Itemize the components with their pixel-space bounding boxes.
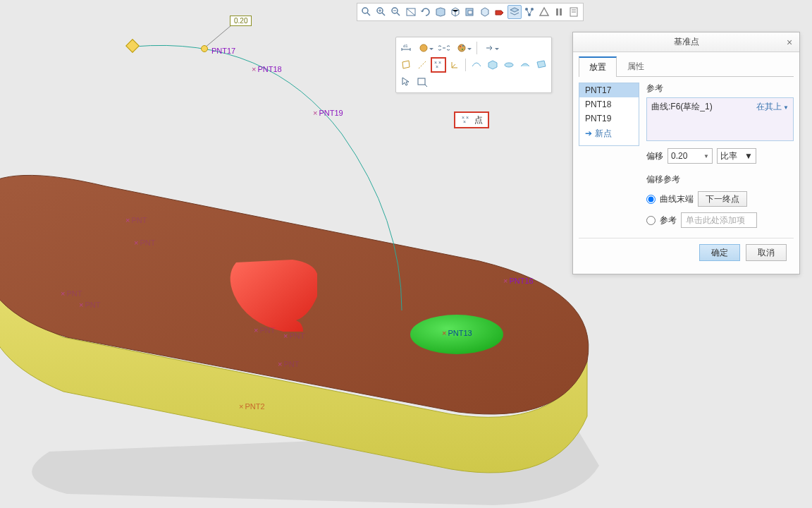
svg-rect-13 (468, 11, 472, 14)
svg-line-3 (367, 13, 370, 16)
svg-point-25 (460, 46, 461, 47)
sketch-icon[interactable] (469, 57, 484, 73)
ok-button[interactable]: 确定 (699, 244, 740, 261)
list-item[interactable]: PNT18 (579, 97, 639, 111)
mini-toolbar: d1 × ×× (395, 37, 552, 93)
zoom-in-icon[interactable] (374, 5, 388, 19)
svg-line-9 (397, 13, 400, 16)
radio-reference-label: 参考 (660, 214, 677, 226)
point-list[interactable]: PNT17 PNT18 PNT19 ➔新点 (579, 83, 639, 146)
radio-reference[interactable] (646, 216, 656, 225)
offset-label: 偏移 (646, 150, 663, 162)
query-select-icon[interactable] (414, 74, 430, 90)
muted-label-7: ×PNT (278, 360, 299, 368)
svg-line-28 (419, 61, 426, 68)
rotate-icon[interactable] (419, 5, 433, 19)
dialog-title: 基准点 × (573, 32, 799, 52)
muted-label-4: ×PNT (79, 301, 100, 309)
toolbar-separator (465, 59, 466, 71)
svg-text:×: × (436, 64, 438, 69)
svg-rect-32 (418, 78, 425, 85)
svg-point-24 (458, 44, 465, 52)
arrow-flyout-icon[interactable] (480, 40, 501, 56)
tree-icon[interactable] (522, 5, 536, 19)
datum-plane-icon[interactable] (398, 57, 414, 73)
select-icon[interactable] (398, 74, 414, 90)
reference-text: 曲线:F6(草绘_1) (651, 101, 713, 113)
merge-icon[interactable] (501, 57, 517, 73)
appearance-icon[interactable] (414, 40, 436, 56)
svg-line-1 (204, 25, 231, 48)
svg-point-27 (462, 49, 463, 50)
view-toolbar (357, 3, 584, 21)
datum-axis-icon[interactable] (414, 57, 430, 73)
label-pnt18: ×PNT18 (252, 65, 282, 73)
pan-icon[interactable] (433, 5, 448, 19)
info-icon[interactable] (567, 5, 581, 19)
paint-icon[interactable] (453, 40, 474, 56)
svg-point-26 (462, 45, 464, 47)
svg-text:×: × (463, 119, 466, 124)
reference-constraint-dropdown[interactable]: 在其上 (756, 101, 789, 113)
svg-point-31 (505, 63, 513, 67)
tooltip-point: × ×× 点 (454, 111, 489, 128)
layers-icon[interactable] (508, 5, 522, 19)
label-pnt2: ×PNT2 (239, 402, 265, 411)
toolbar-separator (476, 42, 477, 54)
triangle-icon[interactable] (537, 5, 551, 19)
radio-curve-end-label: 曲线末端 (660, 193, 694, 205)
label-pnt17: PNT17 (211, 47, 235, 55)
radio-curve-end[interactable] (646, 195, 656, 204)
reference-add-input[interactable]: 单击此处添加项 (681, 212, 757, 228)
tab-properties[interactable]: 属性 (617, 56, 655, 77)
saved-view-icon[interactable] (463, 5, 477, 19)
display-style-icon[interactable] (478, 5, 492, 19)
datum-csys-icon[interactable] (447, 57, 462, 73)
muted-label-5: ×PNT (254, 326, 275, 334)
muted-label-3: ×PNT (61, 289, 82, 298)
svg-point-23 (420, 44, 427, 52)
trim-icon[interactable] (534, 57, 549, 73)
next-end-button[interactable]: 下一终点 (698, 191, 747, 207)
muted-label-2: ×PNT (134, 238, 155, 247)
list-item[interactable]: PNT19 (579, 111, 639, 126)
svg-point-2 (362, 8, 368, 13)
extend-icon[interactable] (517, 57, 533, 73)
point-handle-pnt17[interactable] (201, 45, 208, 52)
muted-label-6: ×PNT (283, 332, 304, 340)
quilt-icon[interactable] (485, 57, 500, 73)
annotation-icon[interactable] (493, 5, 507, 19)
dimension-icon[interactable]: d1 (398, 40, 414, 56)
reference-collector[interactable]: 曲线:F6(草绘_1) 在其上 (646, 97, 794, 141)
offset-value-input[interactable]: 0.20▼ (668, 148, 713, 164)
chain-icon[interactable] (436, 40, 452, 56)
svg-line-5 (382, 13, 385, 16)
muted-label-1: ×PNT (125, 216, 147, 224)
standard-view-icon[interactable] (448, 5, 462, 19)
tooltip-label: 点 (474, 114, 483, 126)
svg-rect-17 (556, 8, 558, 16)
zoom-window-icon[interactable] (404, 5, 418, 19)
cancel-button[interactable]: 取消 (746, 244, 787, 261)
dimension-value[interactable]: 0.20 (230, 16, 252, 26)
offset-mode-select[interactable]: 比率▼ (717, 148, 756, 164)
svg-rect-18 (560, 8, 562, 16)
zoom-fit-icon[interactable] (359, 5, 374, 19)
list-item-new[interactable]: ➔新点 (579, 126, 639, 142)
label-pnt13: ×PNT13 (442, 329, 472, 337)
tab-placement[interactable]: 放置 (579, 56, 617, 77)
svg-text:d1: d1 (403, 44, 408, 48)
offset-ref-header: 偏移参考 (646, 174, 794, 186)
label-pnt16: ×PNT16 (503, 277, 534, 285)
zoom-out-icon[interactable] (389, 5, 403, 19)
close-icon[interactable]: × (782, 35, 796, 49)
list-item[interactable]: PNT17 (579, 83, 639, 97)
reference-label: 参考 (646, 83, 794, 95)
pause-icon[interactable] (552, 5, 566, 19)
datum-point-dialog: 基准点 × 放置 属性 PNT17 PNT18 PNT19 ➔新点 参考 曲线:… (572, 32, 800, 274)
dialog-tabs: 放置 属性 (579, 56, 794, 77)
datum-point-icon[interactable]: × ×× (431, 57, 446, 73)
label-pnt19: ×PNT19 (313, 109, 343, 117)
point-icon: × ×× (461, 114, 472, 126)
